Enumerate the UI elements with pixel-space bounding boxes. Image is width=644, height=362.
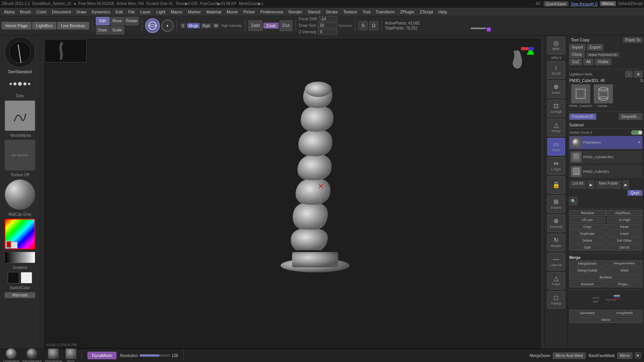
floor-button[interactable]: ▭ Floor: [547, 138, 565, 156]
paste-to-button[interactable]: Paste To: [623, 37, 642, 43]
menu-dynamics[interactable]: Dynamics: [89, 9, 112, 15]
arraymesh-button[interactable]: ArrayMesh: [606, 310, 643, 316]
mesh-cylinder-item[interactable]: Cylinde...: [594, 84, 613, 108]
resolution-bar[interactable]: [140, 354, 170, 357]
clay-buildup-preset[interactable]: ClayBuildup: [3, 348, 20, 362]
z-intensity-input[interactable]: 9: [318, 29, 337, 35]
menu-help[interactable]: Help: [436, 9, 450, 15]
symmetry-sphere[interactable]: [145, 18, 160, 33]
import-button[interactable]: Import: [569, 44, 585, 51]
duplicate-button[interactable]: Duplicate: [569, 231, 606, 237]
scroll-right-button[interactable]: ↕: [625, 71, 632, 77]
scroll-button[interactable]: ↕ Scroll: [547, 61, 565, 79]
lock-button[interactable]: 🔒: [547, 176, 565, 194]
merge-visible-button[interactable]: MergeVisible: [569, 267, 606, 274]
live-boolean-button[interactable]: Live Boolean: [57, 22, 89, 29]
gradient-preview[interactable]: [5, 252, 35, 263]
draw-size-input[interactable]: 20: [318, 23, 337, 28]
menu-picker[interactable]: Picker: [241, 9, 258, 15]
menu-alpha[interactable]: Alpha: [2, 9, 17, 15]
color-white-swatch[interactable]: [21, 272, 32, 283]
merge-and-weld-button[interactable]: MergeAndWeld: [606, 260, 643, 267]
clone-button[interactable]: Clone: [569, 51, 585, 58]
menu-stroke[interactable]: Stroke: [324, 9, 340, 15]
simplebrush-button[interactable]: SimpleBr...: [619, 113, 642, 120]
matcap-preview[interactable]: [5, 179, 35, 210]
color-picker-container[interactable]: [5, 219, 35, 249]
move-preset[interactable]: Move: [66, 348, 76, 362]
search-icon[interactable]: 🔍: [569, 197, 578, 205]
menu-transform[interactable]: Transform: [373, 9, 397, 15]
texture-preview[interactable]: No Texture: [5, 140, 35, 170]
copy-button[interactable]: Copy: [569, 224, 606, 230]
menu-macro[interactable]: Macro: [168, 9, 185, 15]
list-all-arrow[interactable]: ▶: [588, 180, 594, 189]
goz-button[interactable]: GoZ: [569, 59, 582, 65]
menu-draw[interactable]: Draw: [74, 9, 89, 15]
morph-sphere[interactable]: ●: [161, 20, 174, 32]
menu-layer[interactable]: Layer: [138, 9, 153, 15]
qxyz-button[interactable]: Qxyz: [628, 190, 642, 196]
aahalf-button[interactable]: ⊡ AAHalf: [547, 100, 565, 117]
subtool-cylinder[interactable]: PM3D_Cylinder3D1: [569, 151, 642, 164]
menu-render[interactable]: Render: [286, 9, 305, 15]
rotate-button[interactable]: Rotate: [125, 17, 139, 25]
lsym-button[interactable]: ⇔ L.Sym: [547, 157, 565, 175]
polyf-button[interactable]: △ PolyF: [547, 272, 565, 290]
menu-zplugin[interactable]: ZPlugin: [398, 9, 416, 15]
alternate-button[interactable]: Alternate: [5, 292, 35, 298]
polymesh3d-button[interactable]: PolyMesh3D: [569, 113, 596, 120]
list-all-button[interactable]: List All: [569, 180, 586, 189]
viewport[interactable]: [44, 39, 540, 349]
menu-edit[interactable]: Edit: [113, 9, 125, 15]
canvas-area[interactable]: -0.116,-2.279,-0.794: [40, 35, 544, 349]
mesh-pm3d-cube-item[interactable]: PM3D_Cube3D1: [569, 84, 592, 108]
linefit-button[interactable]: — Line Fit: [547, 253, 565, 270]
rgb-button[interactable]: Rgb: [201, 23, 212, 28]
zcut-button[interactable]: Zcut: [279, 20, 292, 31]
new-folder-button[interactable]: New Folder: [596, 180, 621, 189]
draw-button[interactable]: Draw: [96, 26, 110, 34]
menu-preferences[interactable]: Preferences: [258, 9, 285, 15]
all-high-button[interactable]: AI High: [607, 217, 643, 223]
mirror-bottom-button[interactable]: Mirror: [617, 352, 632, 359]
zoom-right-button[interactable]: ⊕: [634, 71, 642, 77]
trim-dynamic-preset[interactable]: TrimDynamic: [44, 348, 62, 362]
menu-zscript[interactable]: ZScript: [417, 9, 435, 15]
zadd-button[interactable]: Zadd: [248, 20, 263, 31]
d-button[interactable]: D: [369, 21, 378, 30]
weld-button[interactable]: Weld: [606, 267, 643, 274]
transp-button[interactable]: ◻ Transp: [547, 291, 565, 309]
focal-shift-input[interactable]: -14: [319, 16, 338, 22]
export-button[interactable]: Export: [587, 44, 603, 51]
persp-button[interactable]: △ Persp: [547, 119, 565, 136]
s-button[interactable]: S: [180, 23, 186, 28]
all-button[interactable]: All: [583, 59, 593, 65]
frame-button[interactable]: ⊞ Frame: [547, 195, 565, 213]
brush-preview[interactable]: [5, 37, 35, 67]
menu-stencil[interactable]: Stencil: [306, 9, 323, 15]
menu-movie[interactable]: Movie: [224, 9, 240, 15]
bpr-button[interactable]: ◎ BPR: [547, 37, 565, 54]
mirror-button[interactable]: Mirror: [569, 317, 642, 323]
lightbox-button[interactable]: LightBox: [32, 22, 56, 29]
merge-down-button[interactable]: MergeDown: [569, 260, 606, 267]
make-polymesh-button[interactable]: Make PolyMesh3D: [586, 52, 620, 57]
back-face-toggle[interactable]: ▼: [635, 352, 641, 359]
subtool-polysphere[interactable]: PolySphere 👁: [569, 136, 642, 149]
alpha-preview[interactable]: [5, 100, 35, 131]
m-button[interactable]: M: [213, 23, 219, 28]
project-button[interactable]: Projec...: [606, 281, 643, 287]
dam-standard-preset[interactable]: DamStandard: [23, 348, 41, 362]
zoom-button[interactable]: ⊕ Zoom: [547, 80, 565, 98]
menu-document[interactable]: Document: [49, 9, 73, 15]
visible-button[interactable]: Visible: [595, 59, 611, 65]
menus-button[interactable]: Menus: [600, 1, 616, 6]
autorecord-button[interactable]: AutoReco...: [606, 210, 643, 216]
menu-texture[interactable]: Texture: [341, 9, 359, 15]
insert-button[interactable]: Insert: [606, 231, 643, 237]
rotate-button[interactable]: ↻ Rotate: [547, 234, 565, 251]
zsub-button[interactable]: Zsub: [263, 23, 279, 29]
subtool-cube[interactable]: PM3D_Cube3D1: [569, 165, 642, 178]
menu-light[interactable]: Light: [154, 9, 168, 15]
